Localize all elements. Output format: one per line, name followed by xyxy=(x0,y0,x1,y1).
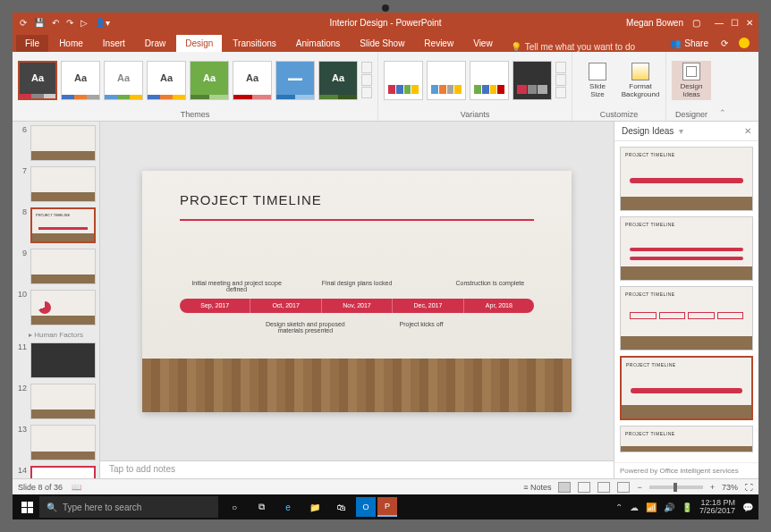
maximize-button[interactable]: ☐ xyxy=(731,18,739,28)
emoji-icon[interactable] xyxy=(739,38,750,48)
zoom-out-button[interactable]: − xyxy=(637,483,641,492)
theme-option[interactable]: Aa xyxy=(104,61,143,100)
milestone-label[interactable]: Project kicks off xyxy=(372,321,470,327)
slide-thumb[interactable] xyxy=(30,342,96,378)
store-icon[interactable]: 🛍 xyxy=(329,494,354,519)
zoom-in-button[interactable]: + xyxy=(710,483,715,492)
volume-icon[interactable]: 🔊 xyxy=(664,502,674,512)
start-button[interactable] xyxy=(14,494,39,519)
taskbar-search[interactable]: 🔍 Type here to search xyxy=(39,496,218,518)
tab-file[interactable]: File xyxy=(16,35,48,52)
design-idea-option[interactable]: PROJECT TIMELINE xyxy=(620,356,753,420)
slide-thumb[interactable] xyxy=(30,466,96,478)
taskbar-clock[interactable]: 12:18 PM 7/26/2017 xyxy=(699,499,735,515)
outlook-icon[interactable]: O xyxy=(356,497,376,517)
milestone-label[interactable]: Initial meeting and project scope define… xyxy=(188,280,286,292)
theme-option[interactable]: Aa xyxy=(318,61,358,100)
sorter-view-button[interactable] xyxy=(578,482,590,493)
activity-icon[interactable]: ⟳ xyxy=(721,38,728,48)
close-button[interactable]: ✕ xyxy=(746,18,753,28)
slide-title[interactable]: PROJECT TIMELINE xyxy=(180,192,322,207)
milestone-label[interactable]: Final design plans locked xyxy=(308,280,406,286)
tab-review[interactable]: Review xyxy=(415,35,462,52)
slide-canvas[interactable]: PROJECT TIMELINE Initial meeting and pro… xyxy=(142,171,572,412)
cortana-icon[interactable]: ○ xyxy=(222,494,247,519)
theme-option[interactable]: Aa xyxy=(18,61,57,100)
notes-area[interactable]: Tap to add notes xyxy=(100,460,614,478)
slide-thumb[interactable] xyxy=(30,384,96,419)
slide-thumb[interactable] xyxy=(30,166,96,202)
design-idea-option[interactable]: PROJECT TIMELINE xyxy=(620,216,753,281)
spellcheck-icon[interactable]: 📖 xyxy=(72,483,81,492)
tab-insert[interactable]: Insert xyxy=(94,35,134,52)
autosave-icon[interactable]: ⟳ xyxy=(20,18,27,28)
ribbon-options-icon[interactable]: ▢ xyxy=(692,18,700,28)
variant-option[interactable] xyxy=(427,61,466,100)
save-icon[interactable]: 💾 xyxy=(34,18,45,28)
tab-animations[interactable]: Animations xyxy=(287,35,349,52)
variants-scroll-up[interactable] xyxy=(555,62,566,73)
timeline-bar[interactable]: Sep, 2017 Oct, 2017 Nov, 2017 Dec, 2017 … xyxy=(180,299,534,313)
fit-to-window-icon[interactable]: ⛶ xyxy=(745,483,753,492)
notes-toggle[interactable]: ≡ Notes xyxy=(523,483,551,492)
pane-dropdown-icon[interactable]: ▾ xyxy=(679,126,683,136)
slide-counter[interactable]: Slide 8 of 36 xyxy=(18,483,63,492)
themes-scroll-down[interactable] xyxy=(361,74,372,86)
slideshow-view-button[interactable] xyxy=(617,482,630,493)
tell-me-input[interactable]: 💡 Tell me what you want to do xyxy=(511,42,635,52)
tab-view[interactable]: View xyxy=(464,35,502,52)
theme-option[interactable]: ▬▬ xyxy=(275,61,315,100)
section-header[interactable]: ▸ Human Factors xyxy=(29,331,96,339)
slide-thumb[interactable] xyxy=(30,290,96,325)
powerpoint-icon[interactable]: P xyxy=(377,497,397,517)
milestone-label[interactable]: Construction is complete xyxy=(441,280,539,286)
undo-icon[interactable]: ↶ xyxy=(52,18,59,28)
slide-size-button[interactable]: Slide Size xyxy=(578,61,617,100)
zoom-level[interactable]: 73% xyxy=(722,483,738,492)
onedrive-icon[interactable]: ☁ xyxy=(630,502,639,512)
format-background-button[interactable]: Format Background xyxy=(621,61,660,100)
explorer-icon[interactable]: 📁 xyxy=(302,494,327,519)
design-idea-option[interactable]: PROJECT TIMELINE xyxy=(620,147,753,211)
variants-more[interactable] xyxy=(555,87,566,98)
network-icon[interactable]: 📶 xyxy=(646,502,657,512)
theme-option[interactable]: Aa xyxy=(190,61,229,100)
variant-option[interactable] xyxy=(513,61,552,100)
tab-draw[interactable]: Draw xyxy=(136,35,174,52)
variant-option[interactable] xyxy=(470,61,509,100)
themes-scroll-up[interactable] xyxy=(361,62,372,73)
theme-option[interactable]: Aa xyxy=(147,61,186,100)
redo-icon[interactable]: ↷ xyxy=(66,18,73,28)
account-icon[interactable]: 👤▾ xyxy=(95,18,110,28)
edge-icon[interactable]: e xyxy=(275,494,301,519)
slide-thumb[interactable] xyxy=(30,425,96,460)
user-name[interactable]: Megan Bowen xyxy=(626,18,683,28)
design-idea-option[interactable]: PROJECT TIMELINE xyxy=(620,286,753,350)
battery-icon[interactable]: 🔋 xyxy=(682,502,692,512)
theme-option[interactable]: Aa xyxy=(233,61,272,100)
task-view-icon[interactable]: ⧉ xyxy=(249,494,274,519)
milestone-label[interactable]: Design sketch and proposed materials pre… xyxy=(256,321,354,334)
zoom-slider[interactable] xyxy=(649,486,703,489)
variant-option[interactable] xyxy=(384,61,423,100)
slide-thumb[interactable] xyxy=(30,249,96,284)
notifications-icon[interactable]: 💬 xyxy=(742,502,753,512)
minimize-button[interactable]: — xyxy=(715,18,724,28)
pane-close-icon[interactable]: ✕ xyxy=(744,126,751,136)
variants-scroll-down[interactable] xyxy=(555,74,566,86)
tray-chevron-icon[interactable]: ⌃ xyxy=(615,502,623,512)
tab-home[interactable]: Home xyxy=(50,35,92,52)
share-button[interactable]: 👥 Share ⟳ xyxy=(670,38,750,52)
tab-transitions[interactable]: Transitions xyxy=(224,35,285,52)
from-beginning-icon[interactable]: ▷ xyxy=(80,18,88,28)
theme-option[interactable]: Aa xyxy=(61,61,100,100)
tab-design[interactable]: Design xyxy=(176,35,222,52)
themes-more[interactable] xyxy=(361,87,372,98)
design-idea-option[interactable]: PROJECT TIMELINE xyxy=(620,426,753,452)
design-ideas-button[interactable]: Design Ideas xyxy=(672,61,711,100)
slide-thumb[interactable]: PROJECT TIMELINE xyxy=(30,207,96,243)
normal-view-button[interactable] xyxy=(558,482,571,493)
reading-view-button[interactable] xyxy=(597,482,610,493)
collapse-ribbon-icon[interactable]: ⌃ xyxy=(716,52,729,121)
tab-slideshow[interactable]: Slide Show xyxy=(351,35,413,52)
